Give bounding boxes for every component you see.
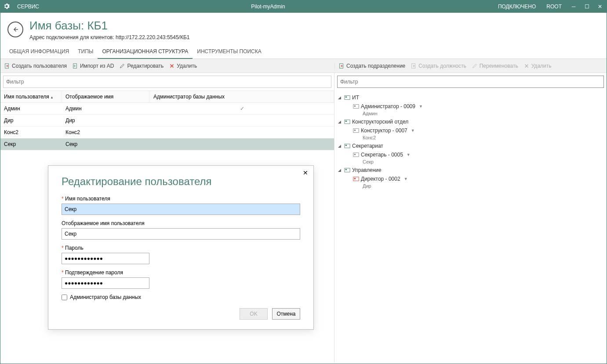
tree-subtext: Админ: [363, 111, 603, 117]
tree-node-it[interactable]: ◢ ИТ: [338, 93, 603, 102]
close-button[interactable]: ✕: [593, 4, 607, 10]
dialog-close-button[interactable]: ✕: [303, 169, 308, 176]
back-button[interactable]: [7, 22, 23, 37]
tree-node-admin[interactable]: Администратор - 0009▼: [347, 102, 603, 111]
password-label: * Пароль: [62, 245, 300, 251]
tree-subtext: Секр: [363, 159, 603, 166]
tab-org-structure[interactable]: ОРГАНИЗАЦИОННАЯ СТРУКТУРА: [98, 45, 193, 59]
cell-username: Дир: [0, 115, 62, 126]
confirm-input[interactable]: [62, 277, 149, 289]
table-row[interactable]: Секр Секр: [0, 138, 334, 150]
pencil-icon: [119, 63, 125, 69]
cell-admin: ✓: [150, 103, 334, 114]
tab-general[interactable]: ОБЩАЯ ИНФОРМАЦИЯ: [5, 45, 73, 58]
content: Имя пользователя Отображаемое имя Админи…: [0, 73, 607, 363]
table-row[interactable]: Админ Админ ✓: [0, 103, 334, 115]
svg-point-7: [354, 105, 356, 107]
username-input[interactable]: [62, 204, 300, 215]
import-ad-button[interactable]: Импорт из AD: [72, 63, 114, 69]
table-row[interactable]: Конс2 Конс2: [0, 127, 334, 138]
tab-types[interactable]: ТИПЫ: [73, 45, 98, 58]
expand-icon[interactable]: ◢: [338, 168, 342, 172]
tree-label: Управление: [352, 167, 382, 173]
gear-icon[interactable]: [0, 3, 13, 11]
admin-checkbox-label: Администратор базы данных: [70, 294, 141, 300]
users-filter[interactable]: [3, 76, 331, 88]
delete-icon: [169, 63, 175, 69]
svg-rect-10: [353, 129, 359, 133]
create-user-button[interactable]: Создать пользователя: [4, 63, 67, 69]
chevron-down-icon[interactable]: ▼: [411, 128, 415, 133]
create-user-label: Создать пользователя: [12, 63, 67, 69]
tree-node-secretariat[interactable]: ◢ Секретариат: [338, 142, 603, 150]
admin-checkbox-row[interactable]: Администратор базы данных: [62, 294, 300, 300]
delete-right-button: Удалить: [523, 63, 552, 69]
maximize-button[interactable]: ☐: [580, 4, 593, 10]
create-position-button: Создать должность: [411, 63, 466, 69]
svg-rect-6: [353, 105, 359, 109]
cell-admin: [150, 127, 334, 138]
delete-right-label: Удалить: [531, 63, 552, 69]
cell-display: Конс2: [62, 127, 150, 138]
expand-icon[interactable]: ◢: [338, 144, 342, 148]
expand-icon[interactable]: ◢: [338, 95, 342, 100]
expand-icon[interactable]: ◢: [338, 120, 342, 124]
person-card-icon: [353, 128, 359, 133]
username-label: * Имя пользователя: [62, 196, 300, 202]
admin-checkbox[interactable]: [62, 295, 67, 300]
tab-search-tools[interactable]: ИНСТРУМЕНТЫ ПОИСКА: [193, 45, 265, 58]
table-row[interactable]: Дир Дир: [0, 115, 334, 127]
menu-service[interactable]: СЕРВИС: [13, 4, 44, 10]
cell-display: Секр: [62, 138, 150, 150]
tree-node-management[interactable]: ◢ Управление: [338, 166, 603, 175]
col-admin[interactable]: Администратор базы данных: [150, 91, 334, 102]
org-tree: ◢ ИТ Администратор - 0009▼ Админ ◢ Конст…: [334, 91, 607, 193]
add-page-icon: [411, 63, 417, 69]
chevron-down-icon[interactable]: ▼: [407, 153, 411, 157]
cell-display: Админ: [62, 103, 150, 114]
page-title: Имя базы: КБ1: [29, 19, 189, 33]
tree-node-secretary[interactable]: Секретарь - 0005▼: [347, 150, 603, 159]
tree-subtext: Конс2: [363, 135, 603, 142]
svg-rect-13: [345, 145, 347, 146]
tree-label: Секретариат: [352, 143, 383, 149]
chevron-down-icon[interactable]: ▼: [419, 104, 423, 109]
user-label: ROOT: [541, 4, 567, 10]
tree-node-constr[interactable]: ◢ Конструкторский отдел: [338, 117, 603, 126]
svg-point-19: [354, 178, 356, 179]
password-input[interactable]: [62, 253, 149, 264]
org-icon: [344, 95, 350, 100]
chevron-down-icon[interactable]: ▼: [404, 177, 408, 181]
tree-label: Конструкторский отдел: [352, 119, 408, 125]
tree-node-director[interactable]: Директор - 0002▼: [347, 175, 603, 183]
cell-admin: [150, 138, 334, 150]
tree-label: Секретарь - 0005: [361, 152, 403, 158]
minimize-button[interactable]: ─: [567, 4, 580, 10]
rename-button: Переименовать: [472, 63, 518, 69]
svg-point-15: [354, 153, 356, 155]
create-position-label: Создать должность: [418, 63, 466, 69]
create-dept-button[interactable]: Создать подразделение: [338, 63, 405, 69]
org-filter[interactable]: [337, 76, 604, 88]
org-icon: [344, 167, 350, 173]
delete-button[interactable]: Удалить: [169, 63, 197, 69]
cell-display: Дир: [62, 115, 150, 126]
rename-label: Переименовать: [480, 63, 518, 69]
svg-rect-14: [353, 153, 359, 157]
col-username[interactable]: Имя пользователя: [0, 91, 62, 102]
app-title: Pilot-myAdmin: [44, 4, 493, 10]
tree-node-constructor[interactable]: Конструктор - 0007▼: [347, 126, 603, 135]
tree-label: ИТ: [352, 95, 359, 101]
delete-icon: [523, 63, 530, 69]
cell-username: Админ: [0, 103, 62, 114]
import-ad-label: Импорт из AD: [80, 63, 114, 69]
org-icon: [344, 119, 350, 124]
edit-button[interactable]: Редактировать: [119, 63, 164, 69]
users-grid-header: Имя пользователя Отображаемое имя Админи…: [0, 91, 334, 103]
org-pane: ◢ ИТ Администратор - 0009▼ Админ ◢ Конст…: [334, 73, 607, 363]
col-displayname[interactable]: Отображаемое имя: [62, 91, 150, 102]
display-input[interactable]: [62, 228, 300, 240]
cancel-button[interactable]: Отмена: [272, 308, 300, 320]
svg-point-11: [354, 129, 356, 131]
person-card-icon: [353, 104, 359, 109]
